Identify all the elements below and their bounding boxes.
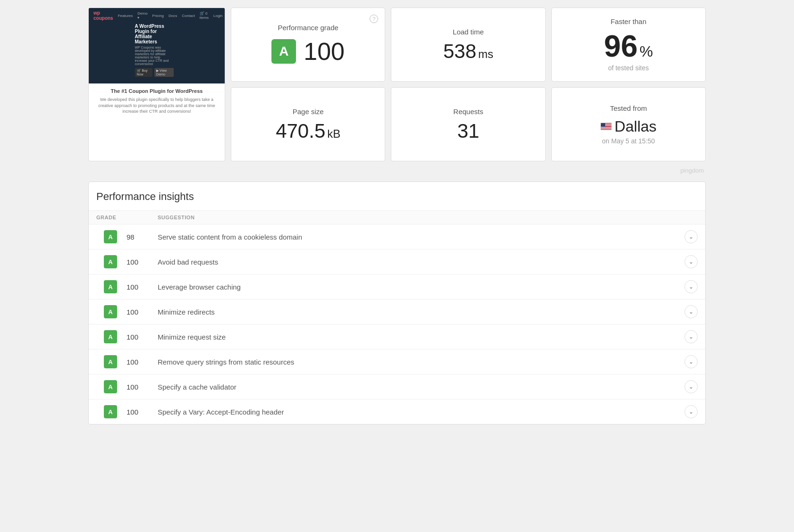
- row-expand-3[interactable]: ⌄: [679, 305, 698, 318]
- suggestion-col-header: SUGGESTION: [158, 215, 679, 220]
- requests-value: 31: [457, 121, 480, 141]
- expand-button-1[interactable]: ⌄: [684, 255, 698, 268]
- insights-rows: A 98 Serve static content from a cookiel…: [89, 224, 705, 424]
- faster-than-value-row: 96 %: [604, 31, 653, 61]
- grade-badge: A: [271, 39, 296, 64]
- row-score-7: 100: [125, 408, 158, 416]
- grade-badge-4: A: [104, 330, 117, 343]
- expand-button-7[interactable]: ⌄: [684, 405, 698, 418]
- preview-title: The #1 Coupon Plugin for WordPress: [95, 88, 218, 94]
- grade-badge-5: A: [104, 355, 117, 368]
- grade-badge-2: A: [104, 280, 117, 293]
- row-expand-5[interactable]: ⌄: [679, 355, 698, 368]
- grade-badge-6: A: [104, 380, 117, 393]
- row-expand-4[interactable]: ⌄: [679, 330, 698, 343]
- pingdom-brand: pingdom: [88, 167, 706, 174]
- row-expand-7[interactable]: ⌄: [679, 405, 698, 418]
- load-time-unit: ms: [478, 48, 493, 60]
- table-row: A 100 Specify a Vary: Accept-Encoding he…: [89, 399, 705, 424]
- row-suggestion-3: Minimize redirects: [158, 308, 679, 316]
- main-container: wp coupons Features Demo ▾ Pricing Docs …: [81, 0, 713, 432]
- requests-label: Requests: [453, 108, 483, 116]
- tested-from-label: Tested from: [610, 104, 647, 112]
- grade-badge-7: A: [104, 405, 117, 418]
- expand-button-3[interactable]: ⌄: [684, 305, 698, 318]
- row-expand-6[interactable]: ⌄: [679, 380, 698, 393]
- grade-badge-1: A: [104, 255, 117, 268]
- row-suggestion-5: Remove query strings from static resourc…: [158, 358, 679, 366]
- row-score-5: 100: [125, 358, 158, 366]
- grade-badge-3: A: [104, 305, 117, 318]
- row-score-2: 100: [125, 283, 158, 291]
- row-grade-2: A: [96, 280, 125, 293]
- page-size-label: Page size: [293, 108, 324, 116]
- city-row: Dallas: [600, 118, 657, 135]
- load-time-value-row: 538 ms: [443, 42, 493, 61]
- row-expand-2[interactable]: ⌄: [679, 280, 698, 293]
- faster-than-label: Faster than: [610, 17, 646, 25]
- insights-table-header: GRADE SUGGESTION: [89, 210, 705, 224]
- insights-section: Performance insights GRADE SUGGESTION A …: [88, 182, 706, 424]
- row-grade-7: A: [96, 405, 125, 418]
- grade-col-header: GRADE: [96, 215, 158, 220]
- row-grade-5: A: [96, 355, 125, 368]
- load-time-label: Load time: [453, 28, 484, 36]
- tested-from-date: on May 5 at 15:50: [602, 137, 655, 145]
- table-row: A 100 Minimize request size ⌄: [89, 324, 705, 349]
- row-suggestion-0: Serve static content from a cookieless d…: [158, 233, 679, 241]
- preview-screenshot: wp coupons Features Demo ▾ Pricing Docs …: [89, 8, 225, 83]
- top-section: wp coupons Features Demo ▾ Pricing Docs …: [88, 8, 706, 161]
- page-size-value-row: 470.5 kB: [276, 121, 340, 141]
- row-grade-0: A: [96, 230, 125, 243]
- page-size-value: 470.5: [276, 120, 325, 142]
- grade-display: A 100: [271, 37, 345, 66]
- preview-desc: We developed this plugin specifically to…: [95, 97, 218, 115]
- expand-button-0[interactable]: ⌄: [684, 230, 698, 243]
- faster-than-unit: %: [640, 43, 653, 60]
- wp-logo: wp coupons: [93, 10, 113, 21]
- row-grade-1: A: [96, 255, 125, 268]
- row-expand-0[interactable]: ⌄: [679, 230, 698, 243]
- load-time-card: Load time 538 ms: [391, 8, 545, 82]
- row-score-0: 98: [125, 233, 158, 241]
- row-score-6: 100: [125, 383, 158, 391]
- row-grade-3: A: [96, 305, 125, 318]
- faster-than-sub: of tested sites: [608, 64, 649, 72]
- preview-card: wp coupons Features Demo ▾ Pricing Docs …: [88, 8, 225, 161]
- tested-from-city: Dallas: [615, 118, 657, 135]
- row-score-4: 100: [125, 333, 158, 341]
- row-suggestion-1: Avoid bad requests: [158, 258, 679, 266]
- row-suggestion-2: Leverage browser caching: [158, 283, 679, 291]
- help-icon[interactable]: ?: [370, 15, 378, 23]
- table-row: A 100 Avoid bad requests ⌄: [89, 249, 705, 274]
- row-suggestion-7: Specify a Vary: Accept-Encoding header: [158, 408, 679, 416]
- stats-grid: ? Performance grade A 100 Load time 538 …: [231, 8, 706, 161]
- tested-from-card: Tested from Dallas on May 5 at 15:50: [551, 87, 706, 161]
- grade-number: 100: [304, 37, 345, 66]
- page-size-card: Page size 470.5 kB: [231, 87, 385, 161]
- row-suggestion-6: Specify a cache validator: [158, 383, 679, 391]
- preview-text-area: The #1 Coupon Plugin for WordPress We de…: [89, 83, 225, 121]
- row-grade-6: A: [96, 380, 125, 393]
- insights-title: Performance insights: [89, 182, 705, 210]
- expand-button-4[interactable]: ⌄: [684, 330, 698, 343]
- requests-card: Requests 31: [391, 87, 545, 161]
- row-grade-4: A: [96, 330, 125, 343]
- us-flag-icon: [600, 123, 612, 130]
- table-row: A 100 Minimize redirects ⌄: [89, 299, 705, 324]
- faster-than-value: 96: [604, 29, 638, 63]
- expand-button-6[interactable]: ⌄: [684, 380, 698, 393]
- faster-than-card: Faster than 96 % of tested sites: [551, 8, 706, 82]
- expand-button-5[interactable]: ⌄: [684, 355, 698, 368]
- expand-button-2[interactable]: ⌄: [684, 280, 698, 293]
- grade-badge-0: A: [104, 230, 117, 243]
- row-suggestion-4: Minimize request size: [158, 333, 679, 341]
- table-row: A 100 Leverage browser caching ⌄: [89, 274, 705, 299]
- performance-grade-label: Performance grade: [278, 24, 338, 32]
- performance-grade-card: ? Performance grade A 100: [231, 8, 385, 82]
- row-score-3: 100: [125, 308, 158, 316]
- pingdom-logo: pingdom: [680, 167, 704, 174]
- page-size-unit: kB: [327, 127, 340, 140]
- row-expand-1[interactable]: ⌄: [679, 255, 698, 268]
- table-row: A 100 Remove query strings from static r…: [89, 349, 705, 374]
